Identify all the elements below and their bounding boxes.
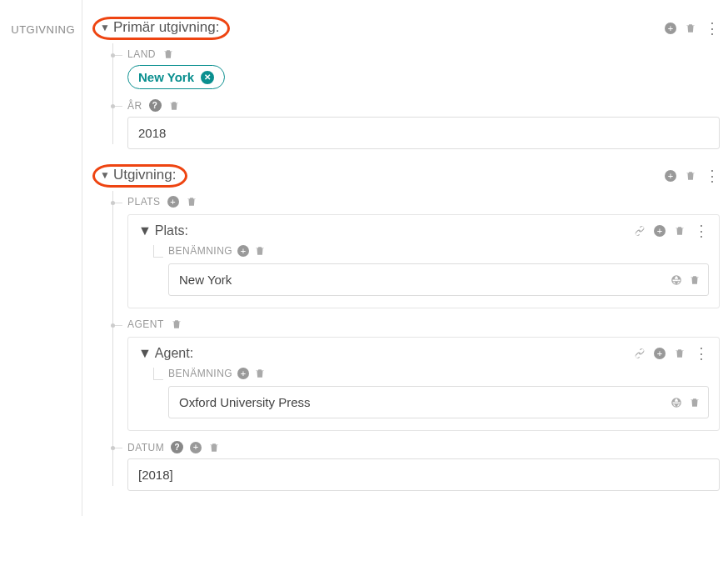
add-icon[interactable]: + (190, 442, 202, 453)
link-icon[interactable] (634, 225, 646, 237)
trash-icon[interactable] (689, 397, 701, 408)
link-icon[interactable] (634, 348, 646, 359)
field-datum-label: DATUM (127, 442, 164, 453)
section-label: UTGIVNING (0, 0, 82, 516)
chevron-down-icon: ▼ (138, 223, 152, 238)
more-icon[interactable]: ⋮ (705, 168, 720, 183)
plats-card: ▼ Plats: + ⋮ BEN (127, 214, 720, 308)
field-year: ÅR ? (109, 94, 720, 154)
add-icon[interactable]: + (237, 245, 249, 257)
plats-card-title: Plats: (155, 223, 188, 238)
field-agent-label: AGENT (127, 318, 164, 330)
benamning-label: BENÄMNING (168, 368, 232, 379)
chevron-down-icon: ▼ (100, 169, 110, 181)
globe-icon[interactable] (671, 397, 682, 408)
field-land: LAND New York ✕ (109, 43, 720, 94)
help-icon[interactable]: ? (171, 441, 183, 453)
plats-input[interactable] (168, 263, 709, 296)
chevron-down-icon: ▼ (100, 22, 110, 33)
add-icon[interactable]: + (167, 196, 179, 208)
trash-icon[interactable] (254, 368, 266, 379)
more-icon[interactable]: ⋮ (694, 346, 709, 361)
chevron-down-icon: ▼ (138, 346, 152, 361)
add-icon[interactable]: + (654, 225, 666, 237)
trash-icon[interactable] (674, 348, 686, 359)
field-land-label: LAND (127, 48, 156, 60)
section-primary-title: Primär utgivning: (113, 19, 220, 36)
remove-icon[interactable]: ✕ (201, 71, 214, 84)
section-utgivning-title: Utgivning: (113, 167, 177, 183)
globe-icon[interactable] (671, 274, 682, 286)
add-icon[interactable]: + (237, 368, 249, 379)
agent-card: ▼ Agent: + ⋮ BEN (127, 337, 720, 431)
help-icon[interactable]: ? (149, 99, 162, 112)
land-chip[interactable]: New York ✕ (127, 65, 225, 89)
section-utgivning-header[interactable]: ▼ Utgivning: (92, 164, 187, 188)
field-datum: DATUM ? + (109, 436, 720, 496)
more-icon[interactable]: ⋮ (705, 21, 720, 36)
section-primary-header[interactable]: ▼ Primär utgivning: (92, 17, 230, 40)
more-icon[interactable]: ⋮ (694, 223, 709, 238)
benamning-label: BENÄMNING (168, 245, 232, 257)
trash-icon[interactable] (162, 48, 174, 60)
agent-card-title: Agent: (155, 346, 193, 361)
trash-icon[interactable] (685, 170, 696, 182)
trash-icon[interactable] (685, 23, 696, 34)
agent-card-header[interactable]: ▼ Agent: (138, 346, 193, 361)
field-plats: PLATS + ▼ Plats: + (109, 191, 720, 313)
trash-icon[interactable] (689, 274, 701, 286)
land-chip-label: New York (138, 70, 194, 84)
add-icon[interactable]: + (654, 348, 666, 359)
datum-input[interactable] (127, 458, 720, 491)
add-icon[interactable]: + (665, 23, 676, 34)
trash-icon[interactable] (254, 245, 266, 257)
year-input[interactable] (127, 117, 720, 149)
trash-icon[interactable] (674, 225, 686, 237)
trash-icon[interactable] (168, 100, 180, 112)
section-primary: ▼ Primär utgivning: + ⋮ LAND (92, 13, 720, 154)
plats-card-header[interactable]: ▼ Plats: (138, 223, 188, 238)
trash-icon[interactable] (171, 318, 182, 330)
trash-icon[interactable] (186, 196, 197, 208)
add-icon[interactable]: + (665, 170, 676, 182)
section-utgivning: ▼ Utgivning: + ⋮ PLATS + (92, 161, 720, 496)
field-plats-label: PLATS (127, 196, 161, 208)
field-agent: AGENT ▼ Agent: + (109, 313, 720, 436)
field-year-label: ÅR (127, 100, 142, 112)
agent-input[interactable] (168, 386, 709, 418)
trash-icon[interactable] (208, 442, 220, 453)
